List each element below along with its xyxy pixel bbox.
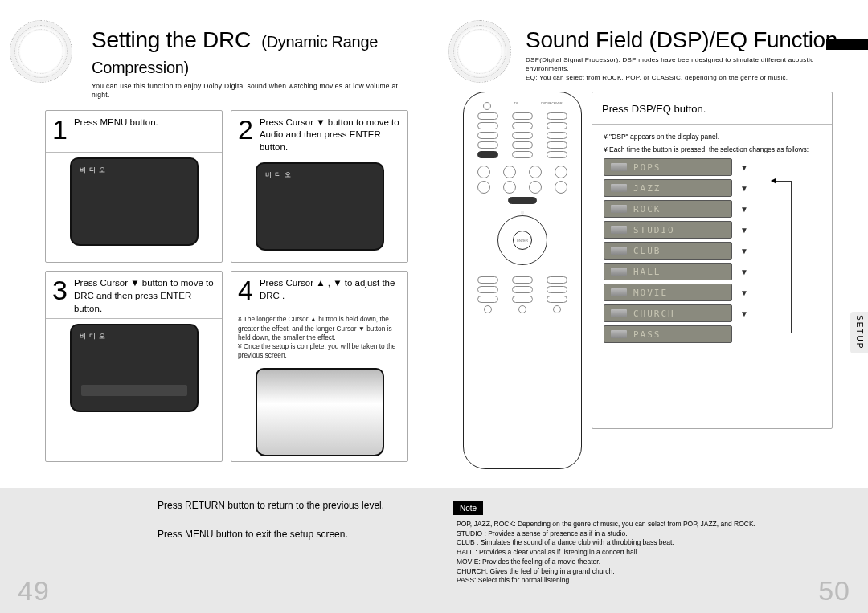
step-number: 4 (238, 275, 253, 304)
tv-label: 비디오 (265, 170, 294, 179)
mode-desc: CLUB : Simulates the sound of a dance cl… (457, 538, 849, 548)
tv-screen-icon: 비디오 (256, 162, 384, 251)
step-text: Press Cursor ▼ button to move to DRC and… (74, 275, 215, 315)
tv-label: 비디오 (80, 166, 108, 174)
dsp-eq-card: Press DSP/EQ button. ¥ "DSP" appears on … (592, 92, 833, 429)
step-number: 2 (238, 114, 253, 143)
tv-screen-icon (256, 368, 384, 456)
mode-chip: MOVIE (604, 284, 732, 301)
step-note: ¥ The longer the Cursor ▲ button is held… (238, 315, 401, 342)
bullet: ¥ "DSP" appears on the display panel. (604, 133, 821, 141)
side-tab-label: SETUP (855, 315, 864, 349)
step-card-3: 3 Press Cursor ▼ button to move to DRC a… (45, 271, 223, 462)
speaker-icon (611, 205, 627, 213)
mode-chip: CLUB (604, 242, 732, 260)
tv-screen-icon: 비디오 (70, 157, 199, 246)
step-number: 1 (52, 114, 68, 143)
speaker-icon (611, 247, 627, 255)
tv-screen-icon: 비디오 (70, 324, 199, 412)
chevron-down-icon: ▼ (740, 268, 748, 276)
enter-button-icon: ENTER (513, 231, 532, 250)
chevron-down-icon: ▼ (740, 226, 748, 235)
note-badge: Note (453, 501, 483, 515)
step-card-4: 4 Press Cursor ▲ , ▼ to adjust the DRC .… (231, 271, 408, 462)
page-number: 49 (18, 575, 50, 607)
step-text: Press Cursor ▼ button to move to Audio a… (260, 114, 401, 154)
mode-desc: CHURCH: Gives the feel of being in a gra… (457, 567, 849, 577)
speaker-icon (611, 288, 627, 296)
mode-chip: HALL (604, 263, 732, 280)
page-number: 50 (818, 575, 850, 607)
step-note: ¥ Once the setup is complete, you will b… (238, 342, 401, 360)
mode-desc: HALL : Provides a clear vocal as if list… (457, 548, 849, 558)
intro-text: DSP(Digital Signal Processor): DSP modes… (526, 56, 842, 82)
chevron-down-icon: ▼ (740, 205, 748, 214)
bullet: ¥ Each time the button is pressed, the s… (604, 145, 821, 153)
section-marker-icon (826, 39, 868, 50)
speaker-icon (611, 268, 627, 276)
mode-chip: CHURCH (604, 304, 732, 322)
decorative-swirl-icon (10, 20, 72, 83)
chevron-down-icon: ▼ (740, 309, 748, 318)
mode-desc: PASS: Select this for normal listening. (457, 576, 849, 586)
chevron-down-icon: ▼ (740, 288, 748, 297)
chevron-down-icon: ▼ (740, 247, 748, 255)
mode-chip: JAZZ (604, 179, 732, 197)
title-main: Setting the DRC (92, 27, 251, 52)
side-tab-setup: SETUP (850, 312, 868, 353)
step-card-2: 2 Press Cursor ▼ button to move to Audio… (231, 110, 408, 264)
chevron-down-icon: ▼ (740, 184, 748, 193)
footer-return-text: Press RETURN button to return to the pre… (158, 500, 415, 511)
mode-chip: ROCK (604, 200, 732, 218)
step-text: Press Cursor ▲ , ▼ to adjust the DRC . (260, 275, 401, 302)
speaker-icon (611, 330, 627, 338)
mode-chip: PASS (604, 325, 732, 343)
step-card-1: 1 Press MENU button. 비디오 (45, 110, 223, 264)
mode-chip: POPS (604, 158, 732, 176)
speaker-icon (611, 163, 627, 171)
mode-desc: POP, JAZZ, ROCK: Depending on the genre … (457, 520, 849, 529)
speaker-icon (611, 184, 627, 192)
tv-label: 비디오 (80, 332, 108, 341)
speaker-icon (611, 226, 627, 234)
step-text: Press MENU button. (74, 114, 158, 129)
footer-menu-text: Press MENU button to exit the setup scre… (158, 529, 415, 540)
decorative-swirl-icon (448, 20, 511, 83)
card-head-text: Press DSP/EQ button. (602, 99, 706, 116)
chevron-down-icon: ▼ (740, 163, 748, 172)
intro-text: You can use this function to enjoy Dolby… (92, 82, 408, 100)
mode-desc: MOVIE: Provides the feeling of a movie t… (457, 558, 849, 567)
remote-control-illustration: TVDVD RECEIVER ENTER (463, 92, 582, 469)
page-title-left: Setting the DRC (Dynamic Range Compressi… (92, 27, 416, 79)
page-title-right: Sound Field (DSP)/EQ Function (526, 27, 850, 53)
mode-desc: STUDIO : Provides a sense of presence as… (457, 529, 849, 539)
speaker-icon (611, 309, 627, 317)
step-number: 3 (52, 275, 68, 304)
dsp-eq-button-icon (477, 151, 498, 158)
mode-chip: STUDIO (604, 221, 732, 239)
